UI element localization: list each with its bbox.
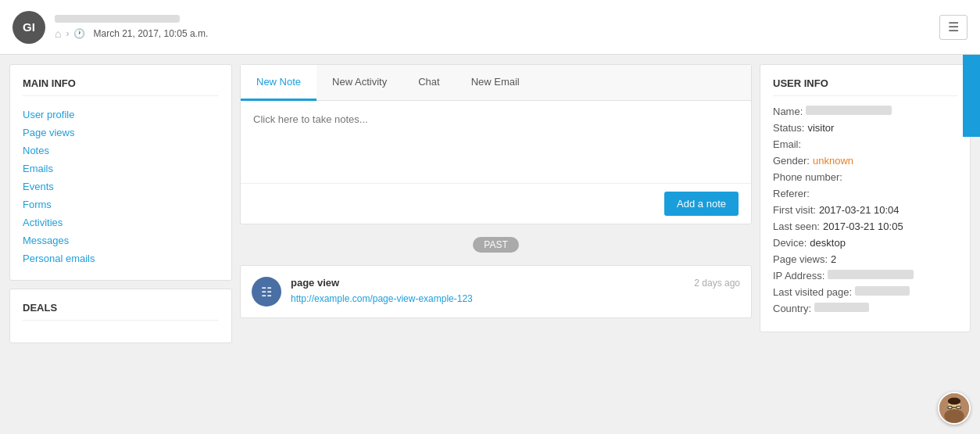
sidebar-item-personal-emails[interactable]: Personal emails <box>23 249 219 267</box>
user-info-device-value: desktop <box>810 237 846 249</box>
activity-header: page view 2 days ago <box>291 277 740 289</box>
user-info-last-seen-value: 2017-03-21 10:05 <box>823 221 903 232</box>
activity-body: page view 2 days ago http://example.com/… <box>291 277 740 304</box>
header-date: March 21, 2017, 10:05 a.m. <box>93 28 208 39</box>
right-sidebar: USER INFO Name: Status: visitor Email: G… <box>760 64 971 425</box>
tab-chat[interactable]: Chat <box>402 65 455 101</box>
hamburger-icon: ☰ <box>948 20 959 34</box>
agent-avatar-image <box>939 392 969 425</box>
user-info-last-page-row: Last visited page: <box>773 286 957 298</box>
user-info-phone-label: Phone number: <box>773 171 842 183</box>
deals-title: DEALS <box>23 302 219 321</box>
user-info-title: USER INFO <box>773 77 957 96</box>
user-info-ip-value <box>828 270 914 279</box>
past-divider: PAST <box>240 237 752 253</box>
sidebar-item-page-views[interactable]: Page views <box>23 124 219 142</box>
user-info-country-value <box>814 303 869 312</box>
svg-point-6 <box>948 397 960 404</box>
user-info-panel: USER INFO Name: Status: visitor Email: G… <box>760 64 971 332</box>
user-info-last-seen-label: Last seen: <box>773 221 820 232</box>
sidebar-item-user-profile[interactable]: User profile <box>23 106 219 124</box>
user-info-page-views-value: 2 <box>831 253 836 265</box>
user-info-country-row: Country: <box>773 303 957 314</box>
tabs-body <box>241 101 751 183</box>
user-info-device-row: Device: desktop <box>773 237 957 249</box>
blue-bar <box>963 55 980 137</box>
menu-button[interactable]: ☰ <box>939 15 967 40</box>
user-info-name-row: Name: <box>773 106 957 117</box>
user-info-status-label: Status: <box>773 122 804 134</box>
header: GI ⌂ › 🕐 March 21, 2017, 10:05 a.m. ☰ <box>0 0 980 55</box>
user-info-gender-row: Gender: unknown <box>773 155 957 167</box>
sidebar-item-activities[interactable]: Activities <box>23 213 219 231</box>
sidebar-item-forms[interactable]: Forms <box>23 195 219 213</box>
header-name-blur <box>55 15 180 23</box>
header-info: ⌂ › 🕐 March 21, 2017, 10:05 a.m. <box>55 15 208 40</box>
user-info-ip-row: IP Address: <box>773 270 957 282</box>
tabs-panel: New Note New Activity Chat New Email Add… <box>240 64 752 224</box>
user-info-referer-label: Referer: <box>773 188 810 199</box>
sidebar-item-messages[interactable]: Messages <box>23 231 219 249</box>
user-info-name-value <box>806 106 892 115</box>
tab-new-email[interactable]: New Email <box>456 65 535 101</box>
user-info-first-visit-label: First visit: <box>773 204 816 216</box>
user-info-last-page-label: Last visited page: <box>773 286 852 298</box>
avatar: GI <box>13 11 45 44</box>
sidebar-item-events[interactable]: Events <box>23 178 219 195</box>
activity-url[interactable]: http://example.com/page-view-example-123 <box>291 293 666 304</box>
center-content: New Note New Activity Chat New Email Add… <box>240 64 752 425</box>
user-info-page-views-row: Page views: 2 <box>773 253 957 265</box>
user-info-country-label: Country: <box>773 303 811 314</box>
user-info-email-row: Email: <box>773 138 957 150</box>
main-layout: MAIN INFO User profile Page views Notes … <box>0 55 980 434</box>
clock-icon: 🕐 <box>73 28 85 39</box>
sidebar-item-emails[interactable]: Emails <box>23 160 219 178</box>
main-info-title: MAIN INFO <box>23 77 219 96</box>
tab-new-note[interactable]: New Note <box>241 65 317 101</box>
user-info-page-views-label: Page views: <box>773 253 828 265</box>
breadcrumb-sep: › <box>66 28 69 39</box>
activity-time: 2 days ago <box>694 278 740 289</box>
user-info-name-label: Name: <box>773 106 803 117</box>
user-info-gender-value: unknown <box>813 155 853 167</box>
activity-icon: ☷ <box>252 277 281 307</box>
tabs-header: New Note New Activity Chat New Email <box>241 65 751 101</box>
agent-avatar <box>938 392 971 425</box>
user-info-first-visit-value: 2017-03-21 10:04 <box>819 204 900 216</box>
sidebar-item-notes[interactable]: Notes <box>23 142 219 160</box>
header-date-row: ⌂ › 🕐 March 21, 2017, 10:05 a.m. <box>55 27 208 40</box>
activity-item: ☷ page view 2 days ago http://example.co… <box>240 265 752 318</box>
user-info-device-label: Device: <box>773 237 807 249</box>
document-icon: ☷ <box>261 285 272 299</box>
tab-new-activity[interactable]: New Activity <box>317 65 402 101</box>
user-info-last-seen-row: Last seen: 2017-03-21 10:05 <box>773 221 957 232</box>
past-badge: PAST <box>473 237 518 253</box>
user-info-status-value: visitor <box>807 122 834 134</box>
user-info-email-label: Email: <box>773 138 801 150</box>
user-info-ip-label: IP Address: <box>773 270 824 282</box>
user-info-status-row: Status: visitor <box>773 122 957 134</box>
note-footer: Add a note <box>241 183 751 224</box>
user-info-first-visit-row: First visit: 2017-03-21 10:04 <box>773 204 957 216</box>
add-note-button[interactable]: Add a note <box>664 192 739 216</box>
user-info-last-page-value <box>855 286 910 296</box>
left-sidebar: MAIN INFO User profile Page views Notes … <box>9 64 232 425</box>
main-info-section: MAIN INFO User profile Page views Notes … <box>9 64 232 281</box>
user-info-phone-row: Phone number: <box>773 171 957 183</box>
user-info-referer-row: Referer: <box>773 188 957 199</box>
home-icon: ⌂ <box>55 27 61 40</box>
user-info-gender-label: Gender: <box>773 155 810 167</box>
deals-section: DEALS <box>9 289 232 343</box>
activity-title: page view <box>291 277 339 289</box>
note-textarea[interactable] <box>253 113 739 168</box>
svg-point-2 <box>944 409 964 423</box>
